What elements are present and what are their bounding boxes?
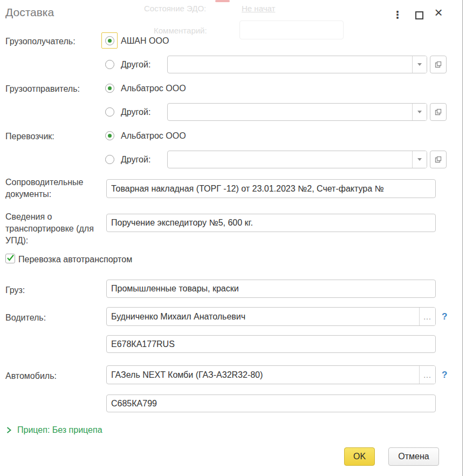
chevron-down-icon (417, 158, 422, 161)
consignee-open-button[interactable] (430, 56, 447, 73)
shipper-label: Грузоотправитель: (5, 83, 80, 95)
consignee-other-radio[interactable] (101, 56, 118, 72)
driver-label: Водитель: (5, 312, 46, 324)
ok-button[interactable]: OK (344, 447, 375, 466)
cargo-input[interactable] (106, 280, 436, 298)
radio-selected-icon (105, 36, 114, 45)
carrier-other-radio[interactable] (101, 151, 118, 167)
maximize-icon[interactable] (415, 11, 423, 19)
consignee-dropdown-button[interactable] (412, 56, 427, 73)
shipper-main-radio[interactable] (101, 80, 118, 96)
ghost-red-mark (215, 0, 230, 2)
ghost-status-label: Состояние ЭДО: (144, 4, 206, 13)
consignee-section: Грузополучатель: АШАН ООО Другой: (0, 30, 466, 78)
radio-unselected-icon (105, 155, 114, 164)
vehicle-plate-input[interactable] (106, 395, 436, 412)
consignee-other-combo (167, 56, 427, 73)
transport-info-input[interactable] (106, 214, 436, 232)
consignee-other-radio-label[interactable]: Другой: (121, 59, 150, 70)
shipper-main-radio-label[interactable]: Альбатрос ООО (121, 83, 186, 93)
driver-input[interactable] (107, 308, 419, 325)
shipper-section: Грузоотправитель: Альбатрос ООО Другой: (0, 78, 466, 125)
driver-id-input[interactable] (106, 335, 436, 353)
radio-selected-icon (105, 131, 114, 140)
cancel-button[interactable]: Отмена (388, 447, 439, 466)
vehicle-combo: ... (106, 365, 436, 384)
radio-selected-icon (105, 84, 114, 93)
delivery-dialog: Состояние ЭДО: Не начат Комментарий: Дос… (0, 0, 466, 476)
driver-help-link[interactable]: ? (442, 311, 447, 322)
consignee-label: Грузополучатель: (5, 36, 76, 47)
carrier-other-radio-label[interactable]: Другой: (121, 154, 150, 165)
shipper-dropdown-button[interactable] (412, 104, 427, 120)
open-form-icon (435, 156, 442, 163)
open-form-icon (435, 108, 442, 115)
ghost-status-link: Не начат (242, 4, 275, 13)
consignee-main-radio[interactable] (101, 32, 118, 49)
carrier-open-button[interactable] (430, 151, 447, 168)
radio-unselected-icon (105, 60, 114, 69)
chevron-right-icon[interactable] (6, 426, 12, 434)
vehicle-select-button[interactable]: ... (419, 366, 435, 384)
shipper-other-radio[interactable] (101, 104, 118, 120)
more-menu-icon[interactable]: ⋮ (392, 9, 403, 21)
driver-select-button[interactable]: ... (419, 308, 435, 325)
documents-input[interactable] (106, 179, 436, 198)
radio-unselected-icon (105, 107, 114, 117)
auto-transport-label[interactable]: Перевозка автотранспортом (18, 254, 132, 264)
driver-combo: ... (106, 307, 436, 326)
chevron-down-icon (417, 111, 422, 113)
carrier-other-combo (167, 151, 427, 168)
carrier-dropdown-button[interactable] (412, 151, 427, 168)
cargo-label: Груз: (5, 284, 25, 296)
vehicle-label: Автомобиль: (5, 370, 57, 382)
chevron-down-icon (417, 63, 422, 66)
trailer-expand-link[interactable]: Прицеп: Без прицепа (17, 425, 102, 435)
auto-transport-checkbox[interactable] (5, 254, 15, 263)
carrier-other-input[interactable] (168, 151, 412, 168)
consignee-main-radio-label[interactable]: АШАН ООО (121, 36, 169, 46)
carrier-section: Перевозчик: Альбатрос ООО Другой: (0, 125, 466, 173)
open-form-icon (435, 61, 442, 68)
vehicle-help-link[interactable]: ? (442, 370, 447, 380)
dialog-title: Доставка (5, 6, 54, 19)
shipper-other-combo (167, 103, 427, 121)
transport-info-label: Сведения о транспортировке (для УПД): (5, 211, 94, 247)
carrier-main-radio-label[interactable]: Альбатрос ООО (121, 131, 186, 141)
carrier-main-radio[interactable] (101, 127, 118, 144)
documents-label: Сопроводительные документы: (5, 176, 105, 200)
shipper-other-radio-label[interactable]: Другой: (121, 107, 150, 117)
ellipsis-icon: ... (423, 371, 431, 379)
checkmark-icon (6, 254, 15, 262)
consignee-other-input[interactable] (168, 56, 412, 73)
vehicle-input[interactable] (107, 366, 419, 384)
shipper-other-input[interactable] (168, 104, 412, 120)
close-icon[interactable]: × (432, 5, 445, 20)
shipper-open-button[interactable] (430, 103, 447, 121)
ellipsis-icon: ... (423, 312, 431, 321)
carrier-label: Перевозчик: (5, 131, 54, 142)
